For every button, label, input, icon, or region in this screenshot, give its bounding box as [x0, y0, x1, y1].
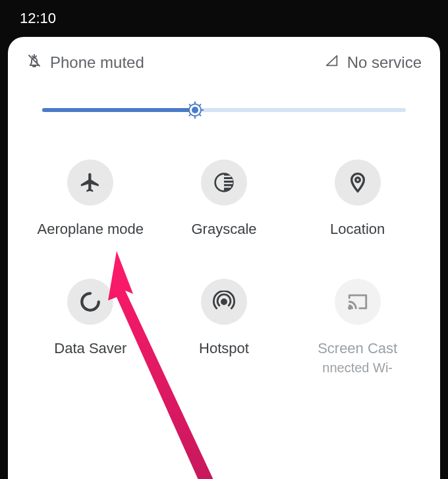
svg-point-18: [349, 306, 350, 308]
grayscale-icon: [201, 159, 247, 206]
tile-label: Location: [330, 220, 385, 239]
cast-icon: [335, 279, 381, 325]
hotspot-icon: [201, 279, 247, 325]
quick-tiles-grid: Aeroplane mode Grayscale: [24, 159, 424, 376]
tile-screen-cast[interactable]: Screen Cast nnected Wi-: [291, 279, 424, 376]
signal-icon: [325, 53, 339, 72]
tile-grayscale[interactable]: Grayscale: [157, 159, 291, 239]
signal-status: No service: [325, 53, 422, 72]
airplane-icon: [67, 159, 113, 206]
clock-time: 12:10: [20, 10, 56, 27]
svg-line-9: [200, 104, 201, 105]
tile-hotspot[interactable]: Hotspot: [157, 279, 291, 376]
tile-data-saver[interactable]: Data Saver: [24, 279, 157, 376]
mute-status: Phone muted: [26, 53, 144, 72]
svg-line-7: [189, 104, 190, 105]
svg-point-16: [355, 178, 360, 183]
data-saver-icon: [67, 279, 113, 325]
signal-label: No service: [347, 53, 422, 72]
tile-aeroplane-mode[interactable]: Aeroplane mode: [24, 159, 157, 239]
svg-point-17: [221, 299, 226, 304]
brightness-slider[interactable]: [42, 100, 406, 120]
quick-settings-panel: Phone muted No service: [8, 37, 440, 479]
status-bar: 12:10: [0, 0, 448, 37]
tile-location[interactable]: Location: [291, 159, 424, 239]
mute-icon: [26, 53, 42, 72]
tile-label: Grayscale: [191, 220, 256, 239]
tile-sublabel: nnected Wi-: [322, 360, 393, 376]
svg-line-10: [189, 115, 190, 116]
tile-label: Aeroplane mode: [38, 220, 144, 239]
svg-line-8: [200, 115, 201, 116]
brightness-icon[interactable]: [186, 101, 204, 119]
mute-label: Phone muted: [50, 53, 144, 72]
location-icon: [335, 159, 381, 206]
slider-fill: [42, 108, 195, 112]
tile-label: Hotspot: [199, 339, 249, 358]
svg-point-2: [192, 107, 198, 113]
tile-label: Screen Cast: [318, 339, 397, 358]
panel-header: Phone muted No service: [24, 50, 424, 72]
tile-label: Data Saver: [54, 339, 126, 358]
